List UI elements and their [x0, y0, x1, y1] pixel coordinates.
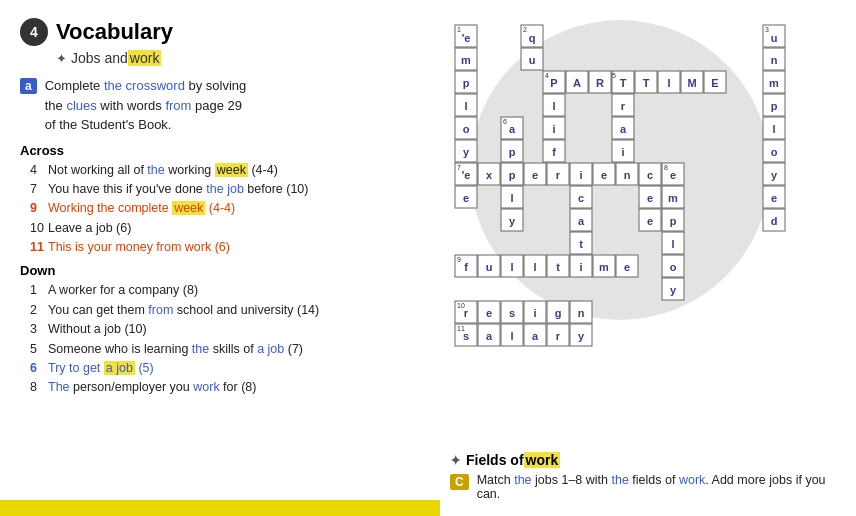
cell-5-8: a	[570, 209, 592, 231]
cell-4-13: r	[547, 324, 569, 346]
cell-4-12: g	[547, 301, 569, 323]
svg-text:o: o	[463, 123, 470, 135]
cell-5-9: t	[570, 232, 592, 254]
svg-text:p: p	[771, 100, 778, 112]
down-section: Down 1 A worker for a company (8) 2 You …	[20, 263, 420, 397]
svg-text:T: T	[643, 77, 650, 89]
cell-7-6: n	[616, 163, 638, 185]
cell-14-6: y	[763, 163, 785, 185]
clue-num-d8: 8	[30, 378, 48, 397]
cell-0-6: 7 'e	[455, 163, 477, 185]
cell-2-13: l	[501, 324, 523, 346]
svg-text:g: g	[555, 307, 562, 319]
across-title: Across	[20, 143, 420, 158]
cell-5-2: A	[566, 71, 588, 93]
svg-text:p: p	[670, 215, 677, 227]
svg-text:l: l	[510, 261, 513, 273]
svg-text:x: x	[486, 169, 493, 181]
cell-7-2: 5 T	[612, 71, 634, 93]
cell-4-4: i	[543, 117, 565, 139]
clues-text: clues	[66, 98, 96, 113]
svg-text:l: l	[552, 100, 555, 112]
cell-3-10: l	[524, 255, 546, 277]
clue-text-d2: You can get them from school and univers…	[48, 301, 319, 320]
subtitle-highlight: work	[128, 50, 162, 66]
svg-text:3: 3	[765, 26, 769, 33]
svg-text:7: 7	[457, 164, 461, 171]
svg-text:l: l	[510, 192, 513, 204]
cell-1-6: x	[478, 163, 500, 185]
right-panel: .cw-cell { fill: white; stroke: #666; st…	[440, 0, 856, 516]
cell-3-1: u	[521, 48, 543, 70]
svg-text:i: i	[579, 169, 582, 181]
cell-2-8: y	[501, 209, 523, 231]
svg-text:e: e	[532, 169, 538, 181]
clue-across-9: 9 Working the complete week (4-4)	[20, 199, 420, 218]
svg-text:y: y	[509, 215, 516, 227]
cell-5-6: i	[570, 163, 592, 185]
cell-3-12: i	[524, 301, 546, 323]
cell-6-2: R	[589, 71, 611, 93]
clue-text-d8: The person/employer you work for (8)	[48, 378, 256, 397]
cell-1-12: e	[478, 301, 500, 323]
bottom-strip	[0, 500, 440, 516]
svg-text:r: r	[556, 330, 561, 342]
cell-8-7: e	[639, 186, 661, 208]
clue-num-d3: 3	[30, 320, 48, 339]
cell-10-2: M	[681, 71, 703, 93]
clue-text-10: Leave a job (6)	[48, 219, 131, 238]
svg-text:l: l	[510, 330, 513, 342]
cell-7-5: i	[612, 140, 634, 162]
work-highlight: work	[679, 473, 705, 487]
cell-14-2: m	[763, 71, 785, 93]
svg-text:y: y	[670, 284, 677, 296]
svg-text:2: 2	[523, 26, 527, 33]
cell-14-0: 3 u	[763, 25, 785, 47]
svg-text:I: I	[667, 77, 670, 89]
down-title: Down	[20, 263, 420, 278]
svg-text:f: f	[552, 146, 556, 158]
svg-text:o: o	[670, 261, 677, 273]
from-text: from	[165, 98, 191, 113]
the-highlight: the	[514, 473, 531, 487]
clue-num-d6: 6	[30, 359, 48, 378]
svg-text:d: d	[771, 215, 778, 227]
cell-6-6: e	[593, 163, 615, 185]
section-title: Vocabulary	[56, 19, 173, 45]
cell-2-7: l	[501, 186, 523, 208]
cell-9-11: y	[662, 278, 684, 300]
svg-text:5: 5	[612, 72, 616, 79]
cell-4-10: t	[547, 255, 569, 277]
cell-0-4: o	[455, 117, 477, 139]
clue-across-10: 10 Leave a job (6)	[20, 219, 420, 238]
cell-3-0: 2 q	[521, 25, 543, 47]
svg-text:r: r	[621, 100, 626, 112]
fields-header: ✦ Fields of work	[450, 452, 851, 468]
clue-text-4: Not working all of the working week (4-4…	[48, 161, 278, 180]
fields-body: C Match the jobs 1–8 with the fields of …	[450, 473, 851, 501]
cell-14-1: n	[763, 48, 785, 70]
clue-text-d1: A worker for a company (8)	[48, 281, 198, 300]
svg-text:n: n	[578, 307, 585, 319]
svg-text:y: y	[463, 146, 470, 158]
section-a-label: a	[20, 78, 37, 94]
svg-text:a: a	[578, 215, 585, 227]
clue-down-6: 6 Try to get a job (5)	[20, 359, 420, 378]
svg-text:l: l	[772, 123, 775, 135]
cell-14-8: d	[763, 209, 785, 231]
svg-text:8: 8	[664, 164, 668, 171]
svg-text:6: 6	[503, 118, 507, 125]
clue-num-10: 10	[30, 219, 48, 238]
cell-5-13: y	[570, 324, 592, 346]
svg-text:R: R	[596, 77, 604, 89]
svg-text:e: e	[647, 215, 653, 227]
svg-text:e: e	[670, 169, 676, 181]
svg-text:u: u	[529, 54, 536, 66]
cell-1-13: a	[478, 324, 500, 346]
cell-0-3: l	[455, 94, 477, 116]
clue-num-7: 7	[30, 180, 48, 199]
svg-text:y: y	[578, 330, 585, 342]
svg-text:m: m	[769, 77, 779, 89]
cell-4-5: f	[543, 140, 565, 162]
cell-14-7: e	[763, 186, 785, 208]
